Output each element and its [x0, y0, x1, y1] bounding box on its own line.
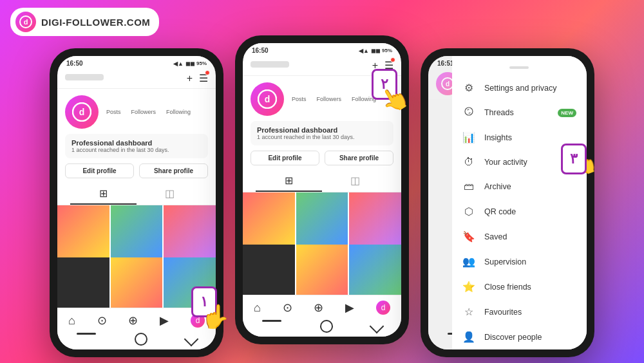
action-buttons-1: Edit profile Share profile [57, 163, 216, 183]
stat-posts-label-2: Posts [292, 96, 307, 102]
profile-section-1: d Posts Followers Following [57, 89, 216, 134]
menu-item-discover[interactable]: 👤 Discover people [452, 324, 587, 349]
stat-followers-label-1: Followers [131, 109, 156, 115]
photo-cell-2-1 [243, 192, 295, 245]
dashboard-title-1: Professional dashboard [71, 139, 202, 147]
ind-line-1 [77, 333, 96, 335]
nav-profile-2[interactable]: d [376, 301, 390, 315]
menu-item-archive[interactable]: 🗃 Archive [452, 174, 587, 199]
grid-tab-posts-1[interactable]: ⊞ [70, 183, 137, 205]
insights-text: Insights [484, 133, 576, 142]
status-icons-1: ◀▲◼◼95% [173, 60, 207, 67]
supervision-icon: 👥 [462, 256, 475, 268]
menu-item-threads[interactable]: Threads NEW [452, 100, 587, 125]
closefriends-text: Close friends [484, 283, 576, 292]
nav-reels-1[interactable]: ▶ [160, 313, 169, 328]
photo-cell-2-5 [296, 245, 348, 295]
activity-icon: ⏱ [462, 156, 475, 168]
time-1: 16:50 [66, 60, 83, 67]
grid-tab-posts-2[interactable]: ⊞ [256, 171, 322, 192]
photo-cell-2-3 [349, 192, 401, 245]
dashboard-sub-1: 1 account reached in the last 30 days. [71, 147, 202, 153]
avatar-2: d [251, 82, 284, 116]
grid-tabs-1: ⊞ ◫ [57, 183, 216, 205]
svg-text:d: d [79, 107, 85, 117]
time-3: 16:51 [437, 60, 454, 67]
avatar-1: d [65, 95, 99, 129]
threads-text: Threads [484, 108, 549, 117]
grid-tab-tagged-2[interactable]: ◫ [322, 171, 388, 192]
settings-text: Settings and privacy [484, 84, 576, 93]
brand-name: DIGI-FOLLOWER.COM [41, 17, 150, 28]
supervision-text: Supervision [484, 257, 576, 266]
saved-icon: 🔖 [462, 230, 475, 243]
notif-dot-2 [390, 57, 395, 62]
status-bar-1: 16:50 ◀▲◼◼95% [57, 56, 216, 70]
new-badge-threads: NEW [558, 109, 576, 117]
menu-item-qrcode[interactable]: ⬡ QR code [452, 199, 587, 224]
dashboard-1: Professional dashboard 1 account reached… [65, 134, 208, 158]
grid-tabs-2: ⊞ ◫ [243, 171, 401, 192]
nav-search-1[interactable]: ⊙ [97, 313, 107, 328]
nav-home-1[interactable]: ⌂ [68, 314, 75, 328]
phone-2: 16:50 ◀▲◼◼95% + ☰ [235, 35, 409, 344]
step-box-3: ۳ [561, 144, 587, 174]
phone-3-screen: 16:51 ◀▲◼◼95% d Posts Followers Followin… [428, 56, 587, 349]
photo-cell-2-6 [349, 245, 401, 295]
ig-header-1: + ☰ [57, 70, 216, 89]
status-icons-2: ◀▲◼◼95% [359, 48, 392, 54]
menu-item-saved[interactable]: 🔖 Saved [452, 224, 587, 249]
ind-circle-1 [135, 333, 147, 346]
photo-cell-1-2 [111, 205, 163, 257]
grid-tab-tagged-1[interactable]: ◫ [137, 183, 203, 205]
nav-reels-2[interactable]: ▶ [345, 301, 354, 315]
nav-add-2[interactable]: ⊕ [314, 301, 323, 315]
action-buttons-2: Edit profile Share profile [243, 151, 401, 171]
ind-line-2 [262, 320, 281, 322]
nav-add-1[interactable]: ⊕ [128, 313, 138, 328]
photo-cell-1-5 [111, 257, 163, 308]
stat-followers-2: Followers [317, 96, 342, 102]
header-icons-1: + ☰ [187, 72, 208, 84]
share-profile-btn-1[interactable]: Share profile [139, 163, 208, 178]
photo-grid-2 [243, 192, 401, 295]
nav-search-2[interactable]: ⊙ [283, 301, 292, 315]
dashboard-2: Professional dashboard 1 account reached… [251, 121, 393, 145]
username-blur-2 [251, 61, 289, 68]
share-profile-btn-2[interactable]: Share profile [325, 151, 393, 165]
stat-following-label-1: Following [166, 109, 191, 115]
photo-cell-1-1 [57, 205, 109, 257]
stat-posts-1: Posts [106, 109, 121, 115]
svg-text:d: d [265, 94, 270, 104]
favourites-text: Favourites [484, 308, 576, 317]
add-icon-1[interactable]: + [187, 73, 193, 84]
archive-icon: 🗃 [462, 181, 475, 192]
stat-followers-1: Followers [131, 109, 156, 115]
edit-profile-btn-2[interactable]: Edit profile [251, 151, 319, 165]
phone-1: 16:50 ◀▲◼◼95% + ☰ [50, 48, 223, 357]
username-blur-1 [65, 74, 104, 80]
insights-icon: 📊 [462, 131, 475, 144]
archive-text: Archive [484, 182, 576, 191]
favourites-icon: ☆ [462, 306, 475, 318]
qrcode-icon: ⬡ [462, 205, 475, 218]
settings-icon: ⚙ [462, 82, 475, 94]
stat-followers-label-2: Followers [317, 96, 342, 102]
menu-icon-1[interactable]: ☰ [199, 72, 208, 84]
menu-item-closefriends[interactable]: ⭐ Close friends [452, 274, 587, 299]
step-number-3: ۳ [561, 144, 587, 174]
edit-profile-btn-1[interactable]: Edit profile [65, 163, 134, 178]
dashboard-title-2: Professional dashboard [257, 126, 387, 134]
saved-text: Saved [484, 232, 576, 241]
menu-item-supervision[interactable]: 👥 Supervision [452, 249, 587, 274]
qrcode-text: QR code [484, 207, 576, 216]
bottom-indicator-2 [243, 317, 401, 337]
menu-item-favourites[interactable]: ☆ Favourites [452, 299, 587, 324]
photo-cell-2-4 [243, 245, 295, 295]
notif-dot-1 [205, 70, 210, 75]
bottom-nav-2: ⌂ ⊙ ⊕ ▶ d [243, 295, 401, 317]
nav-home-2[interactable]: ⌂ [254, 301, 261, 315]
ind-circle-2 [320, 320, 333, 333]
menu-item-settings[interactable]: ⚙ Settings and privacy [452, 75, 587, 100]
phone-3: 16:51 ◀▲◼◼95% d Posts Followers Followin… [421, 48, 594, 357]
